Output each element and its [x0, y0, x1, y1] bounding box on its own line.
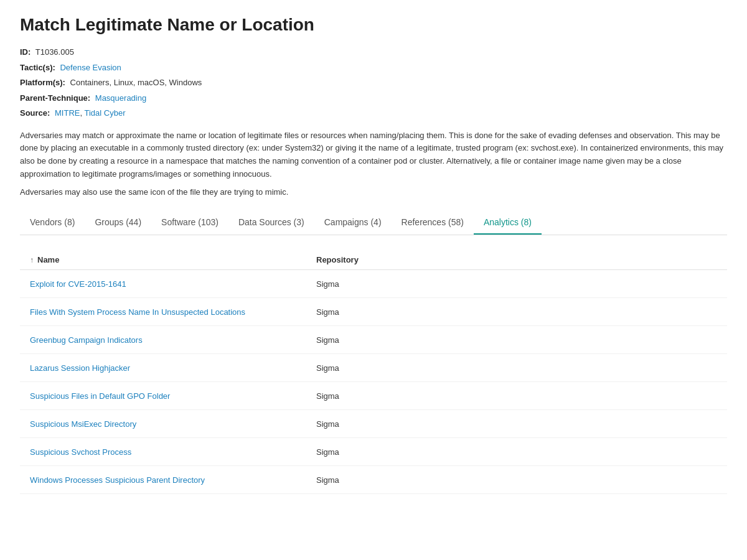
table-row: Files With System Process Name In Unsusp… [20, 298, 727, 326]
cell-name: Lazarus Session Highjacker [30, 363, 316, 373]
analytic-name-link[interactable]: Lazarus Session Highjacker [30, 363, 130, 373]
tab-vendors[interactable]: Vendors (8) [20, 211, 85, 235]
cell-name: Greenbug Campaign Indicators [30, 335, 316, 345]
col-name-label: Name [37, 255, 59, 264]
table-row: Lazarus Session HighjackerSigma [20, 354, 727, 382]
tabs-container: Vendors (8) Groups (44) Software (103) D… [20, 211, 727, 235]
tab-analytics[interactable]: Analytics (8) [474, 211, 542, 235]
table-body: Exploit for CVE-2015-1641SigmaFiles With… [20, 270, 727, 494]
platforms-value: Containers, Linux, macOS, Windows [70, 78, 202, 87]
cell-name: Suspicious Svchost Process [30, 447, 316, 457]
cell-name: Windows Processes Suspicious Parent Dire… [30, 475, 316, 485]
source-label: Source: [20, 108, 50, 118]
id-label: ID: [20, 47, 31, 57]
meta-platforms-row: Platform(s): Containers, Linux, macOS, W… [20, 77, 727, 89]
page-title: Match Legitimate Name or Location [20, 15, 727, 35]
cell-name: Suspicious Files in Default GPO Folder [30, 391, 316, 401]
platforms-label: Platform(s): [20, 78, 65, 87]
cell-name: Suspicious MsiExec Directory [30, 419, 316, 429]
meta-parent-technique-row: Parent-Technique: Masquerading [20, 92, 727, 105]
analytic-name-link[interactable]: Suspicious MsiExec Directory [30, 419, 136, 429]
table-header: ↑ Name Repository [20, 250, 727, 270]
cell-repo: Sigma [316, 447, 717, 457]
parent-technique-label: Parent-Technique: [20, 93, 90, 103]
cell-repo: Sigma [316, 279, 717, 289]
description-para-2: Adversaries may also use the same icon o… [20, 186, 727, 199]
table-row: Exploit for CVE-2015-1641Sigma [20, 270, 727, 298]
cell-repo: Sigma [316, 475, 717, 485]
sort-arrow-icon: ↑ [30, 256, 34, 264]
cell-repo: Sigma [316, 419, 717, 429]
cell-name: Exploit for CVE-2015-1641 [30, 279, 316, 289]
analytics-table: ↑ Name Repository Exploit for CVE-2015-1… [20, 250, 727, 494]
cell-repo: Sigma [316, 307, 717, 317]
table-row: Suspicious Files in Default GPO FolderSi… [20, 382, 727, 410]
analytic-name-link[interactable]: Suspicious Files in Default GPO Folder [30, 391, 170, 401]
tab-data-sources[interactable]: Data Sources (3) [228, 211, 314, 235]
id-value: T1036.005 [35, 47, 74, 57]
meta-tactics-row: Tactic(s): Defense Evasion [20, 62, 727, 74]
tab-campaigns[interactable]: Campaigns (4) [314, 211, 392, 235]
analytic-name-link[interactable]: Windows Processes Suspicious Parent Dire… [30, 475, 205, 485]
tactics-label: Tactic(s): [20, 63, 55, 72]
table-row: Suspicious Svchost ProcessSigma [20, 438, 727, 466]
cell-repo: Sigma [316, 391, 717, 401]
table-row: Greenbug Campaign IndicatorsSigma [20, 326, 727, 354]
source-mitre-link[interactable]: MITRE [55, 108, 80, 118]
tactics-link[interactable]: Defense Evasion [60, 63, 121, 72]
source-tidal-link[interactable]: Tidal Cyber [84, 108, 125, 118]
description-para-1: Adversaries may match or approximate the… [20, 129, 727, 181]
table-row: Suspicious MsiExec DirectorySigma [20, 410, 727, 438]
description-section: Adversaries may match or approximate the… [20, 129, 727, 199]
tab-references[interactable]: References (58) [392, 211, 474, 235]
col-repo-header: Repository [316, 255, 717, 264]
cell-repo: Sigma [316, 363, 717, 373]
analytic-name-link[interactable]: Exploit for CVE-2015-1641 [30, 279, 126, 289]
tab-groups[interactable]: Groups (44) [85, 211, 151, 235]
meta-section: ID: T1036.005 Tactic(s): Defense Evasion… [20, 46, 727, 119]
table-row: Windows Processes Suspicious Parent Dire… [20, 466, 727, 494]
analytic-name-link[interactable]: Files With System Process Name In Unsusp… [30, 307, 245, 317]
analytic-name-link[interactable]: Suspicious Svchost Process [30, 447, 131, 457]
tab-software[interactable]: Software (103) [151, 211, 228, 235]
analytic-name-link[interactable]: Greenbug Campaign Indicators [30, 335, 143, 345]
col-name-header[interactable]: ↑ Name [30, 255, 316, 264]
cell-name: Files With System Process Name In Unsusp… [30, 307, 316, 317]
cell-repo: Sigma [316, 335, 717, 345]
meta-id-row: ID: T1036.005 [20, 46, 727, 58]
parent-technique-link[interactable]: Masquerading [95, 93, 146, 103]
meta-source-row: Source: MITRE, Tidal Cyber [20, 107, 727, 119]
